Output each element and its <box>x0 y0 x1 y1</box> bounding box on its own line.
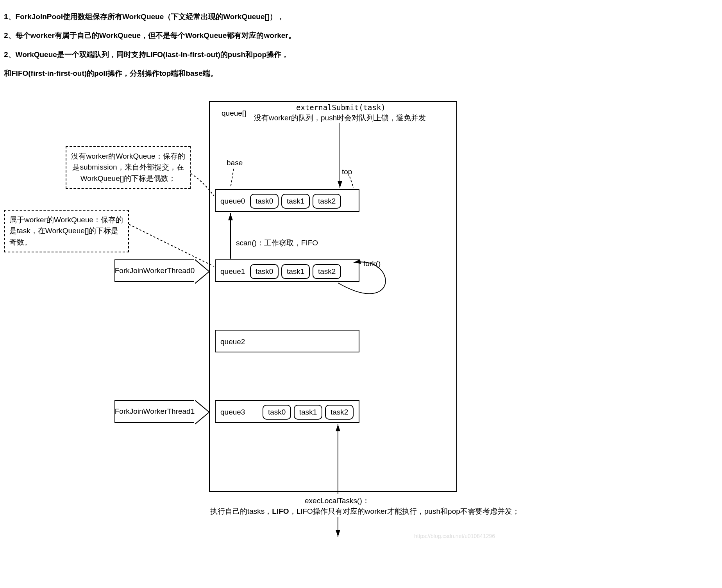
note-odd-text: 属于worker的WorkQueue：保存的是task，在WorkQueue[]… <box>9 216 123 246</box>
queue1-task1: task1 <box>281 264 310 279</box>
queue-array-label: queue[] <box>222 109 246 118</box>
thread0-arrow: ForkJoinWorkerThread0 <box>114 259 194 282</box>
thread1-arrow: ForkJoinWorkerThread1 <box>114 400 194 423</box>
intro-line-1: 1、ForkJoinPool使用数组保存所有WorkQueue（下文经常出现的W… <box>4 11 718 23</box>
queue1-box: queue1 task0 task1 task2 <box>215 259 359 282</box>
queue1-task2: task2 <box>313 264 341 279</box>
queue0-label: queue0 <box>216 193 250 209</box>
queue3-box: queue3 task0 task1 task2 <box>215 400 359 423</box>
intro-line-3: 2、WorkQueue是一个双端队列，同时支持LIFO(last-in-firs… <box>4 49 718 61</box>
queue0-box: queue0 task0 task1 task2 <box>215 189 359 212</box>
queue0-task1: task1 <box>281 194 310 209</box>
queue2-label: queue2 <box>216 334 250 350</box>
queue0-task2: task2 <box>313 194 341 209</box>
intro-line-4: 和FIFO(first-in-first-out)的poll操作，分别操作top… <box>4 68 718 79</box>
queue3-task2: task2 <box>325 405 354 420</box>
queue1-label: queue1 <box>216 263 250 280</box>
external-submit-desc: 没有worker的队列，push时会对队列上锁，避免并发 <box>254 113 426 123</box>
diagram: queue[] externalSubmit(task) 没有worker的队列… <box>4 91 707 584</box>
queue1-task0: task0 <box>250 264 279 279</box>
thread0-label: ForkJoinWorkerThread0 <box>115 266 195 275</box>
top-label: top <box>342 168 352 176</box>
queue3-task1: task1 <box>294 405 322 420</box>
base-label: base <box>227 159 243 167</box>
thread1-label: ForkJoinWorkerThread1 <box>115 407 195 416</box>
exec-local-desc: 执行自己的tasks，LIFO，LIFO操作只有对应的worker才能执行，pu… <box>210 506 520 517</box>
queue0-task0: task0 <box>250 194 279 209</box>
exec-local-method: execLocalTasks()： <box>305 496 370 506</box>
note-even-index: 没有worker的WorkQueue：保存的是submission，来自外部提交… <box>66 146 191 189</box>
outer-container: queue[] <box>209 101 457 492</box>
note-even-text: 没有worker的WorkQueue：保存的是submission，来自外部提交… <box>71 152 185 182</box>
intro-text: 1、ForkJoinPool使用数组保存所有WorkQueue（下文经常出现的W… <box>4 11 718 80</box>
note-odd-index: 属于worker的WorkQueue：保存的是task，在WorkQueue[]… <box>4 210 129 253</box>
queue3-task0: task0 <box>263 405 291 420</box>
scan-label: scan()：工作窃取，FIFO <box>236 238 318 248</box>
fork-label: fork() <box>363 259 381 268</box>
queue2-box: queue2 <box>215 330 359 352</box>
external-submit-method: externalSubmit(task) <box>296 103 386 112</box>
queue3-label: queue3 <box>216 404 250 420</box>
intro-line-2: 2、每个worker有属于自己的WorkQueue，但不是每个WorkQueue… <box>4 30 718 41</box>
arrow-right-icon <box>195 259 210 284</box>
watermark: https://blog.csdn.net/u010841296 <box>414 533 495 539</box>
arrow-right-icon <box>195 400 210 425</box>
